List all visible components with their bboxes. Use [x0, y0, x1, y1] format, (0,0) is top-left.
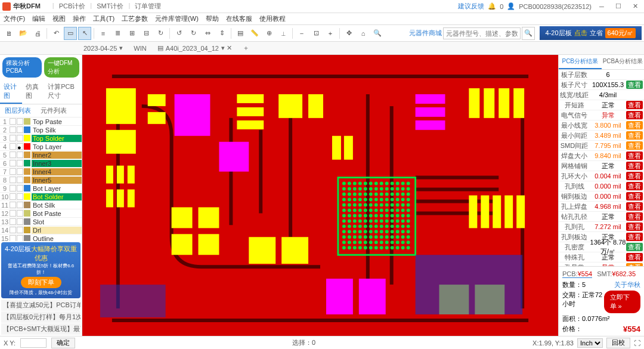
layer-row[interactable]: 9Bot Layer — [0, 184, 82, 193]
layer-row[interactable]: 6Inner3 — [0, 159, 82, 168]
xy-input[interactable] — [20, 338, 47, 348]
menu-edit[interactable]: 编辑 — [32, 14, 45, 23]
view-button[interactable]: 查看 — [626, 182, 643, 190]
layer-row[interactable]: 12Bot Paste — [0, 209, 82, 218]
add-tab-icon[interactable]: ＋ — [243, 44, 249, 52]
news-3[interactable]: 【PCB+SMT大额返现】最高可达... — [1, 323, 80, 335]
menu-support[interactable]: 在线客服 — [226, 14, 252, 23]
promo2[interactable]: 4-20层板大幅降价享双重优惠 普通工程费降至5折！板材费6.6折！ 即刻下单 … — [1, 242, 80, 298]
menu-help[interactable]: 帮助 — [206, 14, 219, 23]
layer-row[interactable]: 11Bot Silk — [0, 201, 82, 209]
zoom-fit-icon[interactable]: ⊡ — [309, 27, 323, 40]
cursor-icon[interactable]: ▭ — [64, 27, 77, 40]
maximize-button[interactable]: ☐ — [612, 1, 625, 12]
view-button[interactable]: 查看 — [626, 101, 643, 109]
flip-v-icon[interactable]: ⇕ — [215, 27, 228, 40]
search-input[interactable] — [443, 27, 521, 39]
pcb-canvas[interactable] — [82, 55, 558, 336]
view-button[interactable]: 查看 — [626, 253, 643, 261]
link-orders[interactable]: 订单管理 — [135, 2, 161, 11]
view-button[interactable]: 查看 — [626, 212, 643, 221]
about-link[interactable]: 关于华秋 — [614, 280, 640, 289]
tab-pcba-result[interactable]: PCBA分析结果 — [602, 55, 645, 69]
close-button[interactable]: ✕ — [628, 1, 642, 12]
ok-button[interactable]: 确定 — [51, 338, 75, 348]
subtab-layers[interactable]: 图层列表 — [0, 104, 36, 117]
view-button[interactable]: 查看 — [626, 141, 643, 150]
price-pcb-tab[interactable]: PCB:¥554 — [562, 270, 592, 278]
view-button[interactable]: 查看 — [626, 223, 643, 231]
layer-row[interactable]: 5Inner2 — [0, 151, 82, 159]
promo-banner[interactable]: 4-20层板点击立省640元/㎡ — [540, 26, 642, 40]
search2-icon[interactable]: 🔍 — [371, 27, 384, 40]
unit-select[interactable]: Inch — [577, 338, 603, 348]
subtab-parts[interactable]: 元件列表 — [36, 104, 72, 117]
layer-row[interactable]: 10Bot Solder — [0, 193, 82, 201]
view-button[interactable]: 查看 — [626, 243, 643, 251]
redo-button[interactable]: 回校 — [606, 338, 630, 348]
target-icon[interactable]: ⊕ — [262, 27, 275, 40]
align-icon[interactable]: ≡ — [97, 27, 110, 40]
news-2[interactable]: 【四层板0元打样】每月1次免据... — [1, 311, 80, 323]
new-icon[interactable]: 🗎 — [2, 27, 16, 40]
view-button[interactable]: 查看 — [626, 121, 643, 129]
ruler-icon[interactable]: 📏 — [248, 27, 261, 40]
price-smt-tab[interactable]: SMT:¥682.35 — [597, 270, 636, 278]
view-button[interactable]: 查看 — [626, 202, 643, 211]
zoom-out-icon[interactable]: − — [295, 27, 308, 40]
save-icon[interactable]: 🖨 — [31, 27, 44, 40]
layer-row[interactable]: 14Drl — [0, 226, 82, 234]
rotate-r-icon[interactable]: ↻ — [187, 27, 200, 40]
undo-icon[interactable]: ↶ — [49, 27, 63, 40]
menu-process[interactable]: 工艺参数 — [122, 14, 148, 23]
menu-tools[interactable]: 工具(T) — [93, 14, 114, 23]
view-button[interactable]: 查看 — [626, 111, 643, 119]
zoom-in-icon[interactable]: + — [324, 27, 337, 40]
tab-sim[interactable]: 仿真图 — [22, 80, 44, 104]
menu-action[interactable]: 操作 — [73, 14, 86, 23]
expand-icon[interactable]: ⛶ — [634, 339, 640, 347]
layer-icon[interactable]: ▤ — [234, 27, 247, 40]
feedback-link[interactable]: 建议反馈 — [458, 2, 484, 11]
grid-icon[interactable]: ⊟ — [140, 27, 153, 40]
center-icon[interactable]: ≣ — [111, 27, 124, 40]
view-button[interactable]: 查看 — [626, 192, 643, 200]
bell-icon[interactable]: 🔔 — [488, 2, 496, 10]
view-button[interactable]: 查看 — [626, 81, 643, 89]
redo-icon[interactable]: ↻ — [154, 27, 167, 40]
dfm-button[interactable]: 一键DFM分析 — [44, 57, 79, 78]
rotate-l-icon[interactable]: ↺ — [172, 27, 185, 40]
analyze-pcba-button[interactable]: 裸装分析 PCBA — [2, 57, 42, 78]
promo2-button[interactable]: 即刻下单 — [21, 277, 61, 288]
open-icon[interactable]: 📂 — [17, 27, 30, 40]
view-button[interactable]: 查看 — [626, 172, 643, 180]
link-pcb-quote[interactable]: PCB计价 — [59, 2, 86, 11]
layer-row[interactable]: 4●Top Layer — [0, 143, 82, 151]
user-icon[interactable]: 👤 — [507, 2, 515, 10]
layer-row[interactable]: 8Inner5 — [0, 176, 82, 184]
minimize-button[interactable]: ─ — [595, 1, 608, 12]
view-button[interactable]: 查看 — [626, 162, 643, 170]
tool-icon[interactable]: ⊞ — [125, 27, 138, 40]
view-button[interactable]: 查看 — [626, 152, 643, 160]
layer-row[interactable]: 1Top Paste — [0, 118, 82, 126]
tab-pcb-result[interactable]: PCB分析结果 — [559, 55, 602, 69]
layer-row[interactable]: 13Slot — [0, 218, 82, 226]
measure-icon[interactable]: ⟂ — [277, 27, 290, 40]
menu-view[interactable]: 视图 — [52, 14, 66, 23]
home-icon[interactable]: ⌂ — [357, 27, 370, 40]
menu-file[interactable]: 文件(F) — [4, 14, 25, 23]
tab-size[interactable]: 计算PCB尺寸 — [44, 80, 82, 104]
menu-tutorial[interactable]: 使用教程 — [259, 14, 286, 23]
news-1[interactable]: 【喜提立减50元】PCB订单无门... — [1, 299, 80, 311]
menu-parts[interactable]: 元件库管理(W) — [155, 14, 199, 23]
tab-design[interactable]: 设计图 — [0, 80, 22, 104]
pointer-icon[interactable]: ↖ — [78, 27, 91, 40]
layer-row[interactable]: 2Top Silk — [0, 126, 82, 134]
layer-row[interactable]: 15Outline — [0, 234, 82, 241]
pan-icon[interactable]: ✥ — [342, 27, 355, 40]
flip-h-icon[interactable]: ⇔ — [201, 27, 214, 40]
view-button[interactable]: 查看 — [626, 233, 643, 241]
link-smt-quote[interactable]: SMT计价 — [97, 2, 123, 11]
order-button[interactable]: 立即下单 » — [604, 291, 640, 313]
